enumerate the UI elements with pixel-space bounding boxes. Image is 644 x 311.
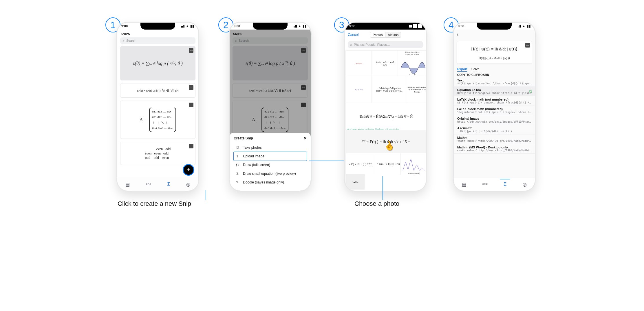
photo-thumb: iħ ∂/∂t Ψ = Ĥ ħ²/2m ∇²ψ − ∂/∂t Ψ = Ĥ (360, 115, 413, 119)
tab-document-icon[interactable]: ▤ (125, 182, 130, 187)
photo-tile[interactable]: = limₕ→₀ f(t+h)−f / h (375, 153, 402, 175)
sheet-item-take-photos[interactable]: ⌼ Take photos (234, 143, 307, 152)
card-menu-button[interactable]: ⋯ (525, 43, 530, 48)
tab-pdf-icon[interactable]: PDF (146, 183, 151, 186)
photo-tile[interactable]: rate of change · quantum wavefunction · … (345, 103, 426, 131)
picker-search-input[interactable]: ⌕ Photos, People, Places… (348, 41, 423, 48)
snip-card-3[interactable]: ⋯ A = a₁₁ a₁₂ … a₁ₙ a₂₁ a₂₂ … a₂ₙ ⋮ ⋮ ⋱ … (120, 101, 195, 139)
snip-equation: sᵢⁿ(t) + sⱼⁿ(t) ≥ δᵢ(t), ∀t ∈ [tᵢ⁰, tᵢⁿ] (137, 89, 179, 92)
copy-title: Original Image (457, 117, 531, 120)
photo-tile[interactable]: 2π/λ = ω/c · m/ħ E/ħ (372, 50, 399, 77)
matrix-row: a₁₁ a₁₂ … a₁ₙ (152, 109, 173, 114)
matrix-row: ⋮ ⋮ ⋱ ⋮ (152, 120, 173, 125)
create-snip-fab[interactable]: + (183, 164, 194, 176)
copy-item-latex-block[interactable]: LaTeX block math (not numbered) $$ H(t)|… (454, 96, 535, 106)
copy-title: Equation LaTeX (457, 88, 531, 92)
step-num: 3 (339, 20, 344, 30)
bottom-tab-bar: ▤ PDF Σ ◎ (117, 178, 198, 191)
sheet-item-label: Draw (full screen) (243, 163, 270, 167)
photo-tile[interactable]: - fⁿ[ s·1/f + (· ] / 20ⁿ (345, 153, 376, 175)
photo-thumb: P a b (409, 71, 416, 76)
photo-tile[interactable]: Schrödinger's Equation (r,t) = -ħ²/2m ∇²… (372, 76, 408, 104)
copy-item-equation-latex[interactable]: ⧉ Equation LaTeX H(t)|\psi(t)\rangle=i \… (454, 87, 535, 96)
tab-document-icon[interactable]: ▤ (462, 182, 466, 187)
sheet-item-draw[interactable]: ƒx Draw (full screen) (234, 161, 307, 169)
sheet-item-upload-image[interactable]: ↥ Upload image (234, 152, 307, 161)
tab-snips-icon[interactable]: Σ (167, 182, 170, 187)
copy-value: <math xmlns="http://www.w3.org/1998/Math… (457, 149, 531, 152)
tab-profile-icon[interactable]: ◎ (523, 182, 527, 187)
copy-item-original-image[interactable]: Original Image https://cdn.mathpix.com/s… (454, 115, 535, 125)
signal-icon (294, 25, 297, 28)
photo-tile[interactable]: ∿∿∿ (345, 50, 373, 77)
close-icon[interactable]: ✕ (304, 136, 307, 140)
photo-grid: ∿∿∿ 2π/λ = ω/c · m/ħ E/ħ Using the deBro… (345, 50, 426, 190)
sheet-item-doodle[interactable]: ✎ Doodle (saves image only) (234, 178, 307, 187)
snip-equation: ℓ(θ) = ∑ᵢ₌₁ⁿ log p ( x⁽ⁱ⁾; θ ) (133, 61, 183, 66)
copy-item-mathml[interactable]: Mathml <math xmlns="http://www.w3.org/19… (454, 134, 535, 144)
photo-thumb: ∿∿∿ t (355, 88, 363, 91)
copy-value: https://cdn.mathpix.com/snip/images/zFl1… (457, 120, 531, 123)
page-title: SNIPS (117, 30, 198, 37)
signal-icon (181, 25, 184, 28)
tab-solve[interactable]: Solve (471, 67, 480, 72)
card-menu-button[interactable]: ⋯ (189, 85, 193, 90)
tab-export[interactable]: Export (457, 67, 467, 72)
create-snip-sheet: Create Snip ✕ ⌼ Take photos ↥ Upload ima… (230, 133, 311, 191)
result-tabs: Export Solve (454, 66, 535, 72)
wifi-icon: ▲ (298, 24, 301, 28)
signal-icon (518, 25, 521, 28)
cancel-button[interactable]: Cancel (348, 33, 358, 37)
wifi-icon: ▲ (522, 24, 526, 28)
status-bar: 9:00 ▲ ▮▮ (345, 23, 426, 30)
status-time: 9:00 (458, 24, 464, 28)
battery-icon: ▮▮ (418, 24, 422, 28)
copy-item-latex-block-numbered[interactable]: LaTeX block math (numbered) \begin{equat… (454, 106, 535, 115)
tab-snips-icon[interactable]: Σ (504, 182, 506, 187)
back-button[interactable]: ‹ (454, 30, 535, 39)
search-icon: ⌕ (122, 39, 125, 42)
photo-tile[interactable]: Wavelength (nm) (400, 153, 426, 175)
photo-thumb: ∿∿∿ (356, 62, 363, 65)
photo-tile[interactable]: Using the deBrog Using the Planck P a b (398, 50, 426, 77)
step-num: 4 (449, 20, 454, 30)
connector-line-1 (206, 190, 206, 200)
phone-notch (140, 23, 175, 30)
snip-card-1[interactable]: ⋯ ℓ(θ) = ∑ᵢ₌₁ⁿ log p ( x⁽ⁱ⁾; θ ) (120, 46, 195, 80)
photo-tile[interactable]: C₂H₅ (345, 174, 365, 190)
tab-pdf-icon[interactable]: PDF (482, 183, 488, 186)
plus-icon: + (187, 167, 190, 173)
photo-tile[interactable]: ∿∿∿ t (345, 76, 373, 104)
photo-tile[interactable]: Schrodinger Wave Function -ψ + 8π²m/ħ² (… (407, 76, 426, 104)
photo-thumb: 2π/λ = ω/c · m/ħ E/ħ (376, 61, 394, 67)
matrix-prefix: A = (140, 117, 147, 122)
search-input[interactable]: ⌕ Search (120, 37, 195, 44)
phone-step-4: 9:00 ▲ ▮▮ ‹ ⋯ H(t) | ψ(t)⟩ = iħ d/dt | ψ… (453, 22, 536, 192)
photo-thumb: Wavelength (nm) (408, 172, 420, 174)
copy-item-text[interactable]: Text $H(t)|\psi(t)\rangle=i \hbar \frac{… (454, 77, 535, 87)
card-menu-button[interactable]: ⋯ (189, 48, 193, 53)
segmented-control[interactable]: Photos Albums (370, 32, 401, 38)
sheet-item-label: Doodle (saves image only) (243, 180, 284, 184)
segment-albums[interactable]: Albums (385, 32, 401, 38)
copy-value: $$ H(t)|\psi(t)\rangle=i \hbar \frac{d}{… (457, 101, 531, 104)
sheet-title: Create Snip (234, 136, 253, 140)
camera-icon: ⌼ (235, 146, 240, 150)
tab-profile-icon[interactable]: ◎ (186, 182, 190, 187)
copy-item-mathml-msword[interactable]: Mathml (MS Word) - Desktop only <math xm… (454, 144, 535, 154)
card-menu-button[interactable]: ⋯ (189, 144, 193, 148)
phone-step-3: 9:00 ▲ ▮▮ Cancel Photos Albums ⌕ Photos,… (344, 22, 427, 192)
copy-title: Mathml (MS Word) - Desktop only (457, 146, 531, 149)
copy-title: Mathml (457, 136, 531, 139)
segment-photos[interactable]: Photos (370, 32, 385, 38)
snip-card-2[interactable]: ⋯ sᵢⁿ(t) + sⱼⁿ(t) ≥ δᵢ(t), ∀t ∈ [tᵢ⁰, tᵢ… (120, 83, 195, 98)
photo-thumb: C₂H₅ (352, 181, 357, 183)
bottom-tab-bar: ▤ PDF Σ ◎ (454, 178, 535, 191)
photo-thumb: Using the deBrog Using the Planck (405, 51, 419, 56)
status-time: 9:00 (349, 24, 355, 28)
snip-card-4[interactable]: ⋯ even odd even even odd odd odd even (120, 142, 195, 165)
copy-value: $H(t)|\psi(t)\rangle=i \hbar \frac{d}{d … (457, 82, 531, 85)
copy-item-asciimath[interactable]: Asciimath :.H(t)|psi(t):)=iℏ(d)/(dt)|psi… (454, 125, 535, 134)
card-menu-button[interactable]: ⋯ (189, 103, 193, 107)
sheet-item-draw-small[interactable]: Σ Draw small equation (live preview) (234, 169, 307, 178)
